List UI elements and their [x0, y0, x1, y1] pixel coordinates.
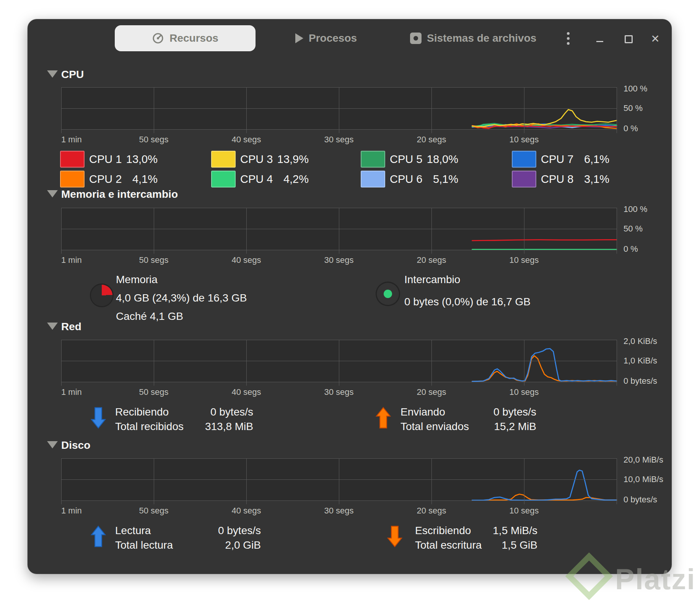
y-label: 20,0 MiB/s: [623, 455, 663, 465]
gridline: [61, 87, 617, 88]
tab-procesos-label: Procesos: [309, 32, 357, 44]
arrow-up-orange-icon: [376, 407, 391, 429]
y-label: 0 %: [623, 244, 638, 254]
gridline: [339, 458, 339, 504]
arrow-up-blue-icon: [91, 525, 106, 548]
tab-recursos[interactable]: Recursos: [115, 25, 256, 51]
gridline: [61, 208, 62, 254]
gridline: [524, 458, 524, 504]
y-label: 50 %: [623, 103, 643, 113]
gauge-icon: [152, 32, 164, 44]
gridline: [61, 361, 617, 361]
sending-rate: 0 bytes/s: [456, 405, 536, 419]
write-rate: 1,5 MiB/s: [457, 523, 537, 538]
gridline: [617, 458, 617, 504]
cpu3-name: CPU 3: [240, 151, 273, 168]
gridline: [61, 382, 617, 382]
gridline: [61, 340, 62, 386]
dot-usage-icon: [377, 283, 399, 305]
gridline: [61, 129, 617, 130]
maximize-icon: [625, 35, 633, 43]
cpu-collapse-arrow-icon[interactable]: [47, 70, 58, 78]
cpu7-name: CPU 7: [541, 151, 573, 168]
gridline: [617, 208, 617, 254]
y-label: 50 %: [623, 224, 643, 234]
gridline: [431, 340, 432, 386]
cpu2-name: CPU 2: [89, 171, 122, 187]
gridline: [154, 87, 154, 133]
tab-procesos[interactable]: Procesos: [295, 25, 357, 51]
arrow-down-blue-icon: [91, 407, 106, 429]
y-label: 10,0 MiB/s: [623, 474, 663, 484]
gridline: [61, 340, 617, 340]
cpu8-value: 3,1%: [576, 171, 609, 187]
tab-sistemas-de-archivos[interactable]: Sistemas de archivos: [410, 25, 536, 51]
gridline: [339, 87, 339, 133]
sending-label: Enviando: [400, 405, 445, 419]
x-tick: 1 min: [61, 387, 119, 397]
x-tick: 30 segs: [310, 387, 368, 397]
cpu4-color-chip: [211, 171, 236, 187]
x-tick: 20 segs: [403, 255, 460, 265]
memory-cache: Caché 4,1 GB: [116, 307, 183, 326]
x-tick: 1 min: [61, 135, 119, 145]
x-tick: 30 segs: [310, 506, 368, 516]
cpu1-name: CPU 1: [89, 151, 122, 168]
gridline: [61, 458, 62, 504]
y-label: 0 %: [623, 124, 638, 134]
memory-collapse-arrow-icon[interactable]: [47, 190, 58, 197]
cpu6-color-chip: [361, 171, 385, 187]
read-total: 2,0 GiB: [181, 538, 261, 552]
x-tick: 10 segs: [495, 135, 553, 145]
network-collapse-arrow-icon[interactable]: [47, 323, 58, 330]
cpu1-color-chip: [60, 151, 85, 168]
cpu-y-axis: 100 % 50 % 0 %: [623, 87, 685, 129]
cpu8-color-chip: [512, 171, 536, 187]
gridline: [246, 208, 247, 254]
kebab-menu-icon[interactable]: [562, 28, 575, 48]
gridline: [154, 208, 154, 254]
x-tick: 1 min: [61, 506, 119, 516]
gridline: [61, 229, 617, 229]
disk-collapse-arrow-icon[interactable]: [47, 441, 58, 448]
minimize-button[interactable]: [591, 31, 608, 47]
maximize-button[interactable]: [620, 31, 637, 47]
y-label: 100 %: [623, 84, 647, 94]
gridline: [524, 87, 524, 133]
y-label: 0 bytes/s: [623, 376, 657, 386]
gridline: [61, 479, 617, 480]
x-tick: 40 segs: [218, 135, 275, 145]
read-label: Lectura: [115, 523, 151, 538]
memory-x-axis: 1 min 50 segs 40 segs 30 segs 20 segs 10…: [28, 255, 672, 266]
read-rate: 0 bytes/s: [181, 523, 261, 538]
x-tick: 40 segs: [218, 506, 275, 516]
gridline: [431, 458, 432, 504]
cpu2-color-chip: [60, 171, 85, 187]
x-tick: 10 segs: [495, 387, 553, 397]
network-y-axis: 2,0 KiB/s 1,0 KiB/s 0 bytes/s: [623, 340, 685, 382]
x-tick: 1 min: [61, 255, 119, 265]
write-total: 1,5 GiB: [457, 538, 537, 552]
disk-graph: [61, 458, 617, 500]
network-x-axis: 1 min 50 segs 40 segs 30 segs 20 segs 10…: [28, 387, 672, 398]
disk-section-title: Disco: [61, 439, 90, 452]
x-tick: 50 segs: [125, 135, 182, 145]
play-icon: [295, 33, 303, 43]
sent-total: 15,2 MiB: [456, 419, 536, 434]
gridline: [61, 250, 617, 250]
x-tick: 50 segs: [125, 506, 182, 516]
close-button[interactable]: ✕: [647, 31, 664, 47]
cpu5-name: CPU 5: [390, 151, 422, 168]
system-monitor-window: Recursos Procesos Sistemas de archivos ✕…: [28, 19, 672, 574]
memory-graph: [61, 208, 617, 250]
memory-title: Memoria: [116, 271, 158, 289]
disk-y-axis: 20,0 MiB/s 10,0 MiB/s 0 bytes/s: [623, 458, 685, 500]
arrow-down-orange-icon: [387, 525, 402, 548]
gridline: [524, 340, 524, 386]
cpu3-color-chip: [211, 151, 236, 168]
cpu6-value: 5,1%: [425, 171, 458, 187]
network-graph: [61, 340, 617, 382]
x-tick: 50 segs: [125, 387, 182, 397]
gridline: [61, 458, 617, 459]
x-tick: 40 segs: [218, 255, 275, 265]
